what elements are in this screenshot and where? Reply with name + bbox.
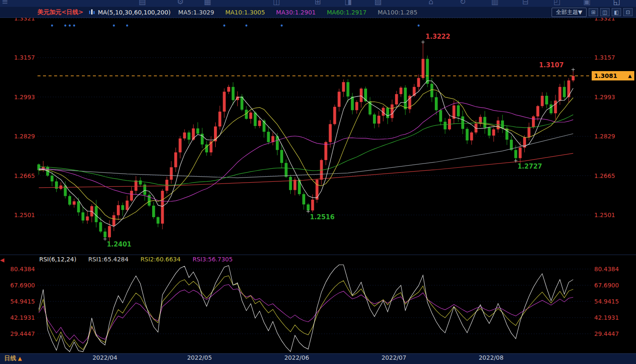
ma5-value: MA5:1.3029	[178, 9, 214, 16]
chart-canvas[interactable]: 1.24011.25161.27271.32221.3107	[0, 0, 636, 364]
ma10-value: MA10:1.3005	[225, 9, 265, 16]
rsi-axis-label-right: 80.4384	[594, 266, 629, 272]
price-axis-label-right: 1.2829	[594, 133, 629, 140]
toolbar-icon-fragment[interactable]: ⊟	[522, 0, 529, 6]
rsi3-value: RSI3:56.7305	[193, 256, 233, 263]
rsi2-value: RSI2:60.6634	[140, 256, 180, 263]
rsi-axis-label: 54.9415	[0, 298, 35, 305]
rsi1-value: RSI1:65.4284	[88, 256, 128, 263]
chart-header: 美元加元<日线> MA(5,10,30,60,100,200) MA5:1.30…	[0, 7, 636, 18]
rsi-axis-label: 67.6900	[0, 282, 35, 289]
date-axis-label: 2022/08	[474, 354, 508, 361]
rsi-axis-label-right: 54.9415	[594, 298, 629, 305]
red-marker-icon[interactable]: ◀	[0, 257, 4, 263]
rsi-panel-header: RSI(6,12,24) RSI1:65.4284 RSI2:60.6634 R…	[39, 256, 233, 263]
svg-text:1.3222: 1.3222	[425, 33, 450, 40]
rsi-axis-label: 42.1931	[0, 314, 35, 321]
date-axis-label: 2022/04	[88, 354, 122, 361]
toolbar-icon-fragment[interactable]: ◫	[273, 0, 280, 6]
last-price-value: 1.3081	[594, 72, 617, 79]
layout-single-icon[interactable]: ⊡	[623, 8, 633, 16]
toolbar-icon-fragment[interactable]: ▣	[583, 0, 590, 6]
toolbar-icon-fragment[interactable]: ◱	[613, 0, 620, 6]
price-axis-label: 1.2993	[0, 94, 35, 100]
date-axis-label: 2022/07	[377, 354, 411, 361]
rsi-axis-label-right: 67.6900	[594, 282, 629, 289]
last-price-tag: 1.3081 ▲	[592, 71, 634, 80]
symbol-title: 美元加元<日线>	[38, 9, 83, 16]
period-up-arrow-icon[interactable]: ▲	[18, 355, 22, 361]
price-axis-label-right: 1.2665	[594, 172, 629, 179]
toolbar-icon-fragment[interactable]: ▦	[204, 0, 211, 6]
ma30-value: MA30:1.2901	[276, 9, 316, 16]
svg-text:1.3107: 1.3107	[539, 61, 564, 69]
price-tag-arrow-icon: ▲	[628, 73, 632, 79]
layout-grid-icon[interactable]: ⊞	[589, 8, 598, 16]
toolbar-icon-fragment[interactable]: ⊞	[315, 0, 321, 6]
rsi-axis-label-right: 29.4447	[594, 330, 629, 337]
price-axis-label: 1.2829	[0, 133, 35, 140]
price-axis-label: 1.2665	[0, 172, 35, 179]
layout-split-icon[interactable]: ◫	[600, 8, 610, 16]
toolbar-icon-fragment[interactable]: ▥	[491, 0, 498, 6]
price-axis-label: 1.3157	[0, 54, 35, 61]
toolbar-icon-fragment[interactable]: ↻	[460, 0, 466, 6]
rsi-axis-label-right: 42.1931	[594, 314, 629, 321]
svg-text:1.2516: 1.2516	[310, 213, 335, 221]
svg-text:1.2401: 1.2401	[107, 241, 131, 248]
layout-left-panel-icon[interactable]: ◧	[612, 8, 621, 16]
price-axis-label-right: 1.2501	[594, 212, 629, 218]
price-axis-label-right: 1.3157	[594, 54, 629, 61]
price-axis-label-right: 1.2993	[594, 94, 629, 100]
indicator-icon[interactable]	[89, 9, 95, 15]
rsi-axis-label: 80.4384	[0, 266, 35, 272]
trading-app-window: ≡ ▤ ⚙ ▦ ◫ ⊞ ◨ ▧ ⌂ ↻ ▥ ⊟ ◰ ▣ ◱ 美元加元<日线> M…	[0, 0, 636, 364]
toolbar-icon-fragment[interactable]: ◰	[553, 0, 561, 6]
period-label[interactable]: 日线▲	[4, 355, 22, 362]
toolbar-icon-fragment[interactable]: ≡	[2, 0, 8, 6]
ma100-value: MA100:1.285	[378, 9, 417, 16]
toolbar-icon-fragment[interactable]: ◨	[344, 0, 352, 6]
theme-selector-button[interactable]: 全部主题▼	[552, 8, 587, 17]
svg-text:1.2727: 1.2727	[517, 163, 542, 170]
price-axis-label: 1.2501	[0, 212, 35, 218]
ma60-value: MA60:1.2917	[327, 9, 367, 16]
top-toolbar: ≡ ▤ ⚙ ▦ ◫ ⊞ ◨ ▧ ⌂ ↻ ▥ ⊟ ◰ ▣ ◱	[0, 0, 636, 7]
rsi-settings-label[interactable]: RSI(6,12,24)	[39, 256, 76, 263]
toolbar-icon-fragment[interactable]: ⚙	[177, 0, 184, 6]
date-axis-label: 2022/05	[182, 354, 217, 361]
toolbar-icon-fragment[interactable]: ▤	[139, 0, 146, 6]
period-text: 日线	[4, 355, 16, 361]
toolbar-icon-fragment[interactable]: ⌂	[428, 0, 433, 6]
date-axis-label: 2022/06	[280, 354, 314, 361]
rsi-axis-label: 29.4447	[0, 330, 35, 337]
toolbar-icon-fragment[interactable]: ▧	[374, 0, 382, 6]
ma-settings-label[interactable]: MA(5,10,30,60,100,200)	[98, 9, 171, 16]
